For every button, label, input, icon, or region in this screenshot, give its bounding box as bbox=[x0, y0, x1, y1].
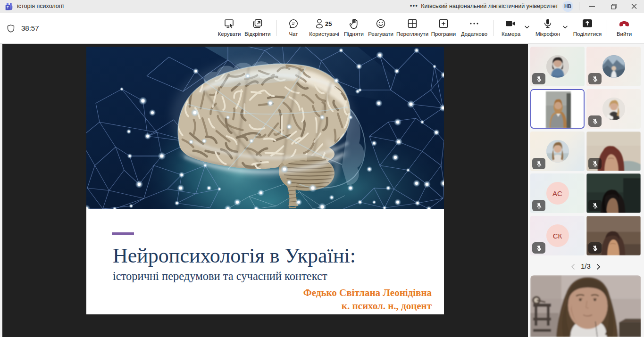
svg-text:T: T bbox=[7, 5, 9, 9]
svg-text:25: 25 bbox=[325, 20, 332, 27]
